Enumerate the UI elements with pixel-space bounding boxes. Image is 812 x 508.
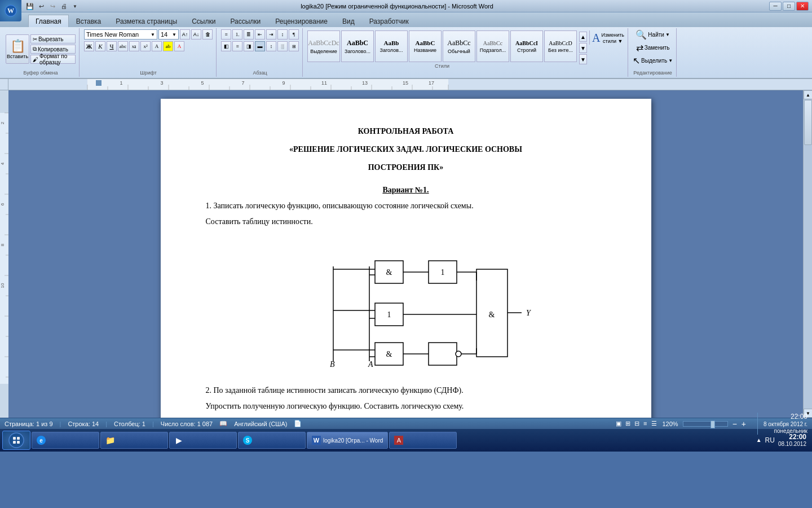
justify-button[interactable]: ▬ <box>255 41 265 51</box>
scroll-thumb[interactable] <box>804 100 812 145</box>
style-normal[interactable]: AaBbCc Обычный <box>443 30 475 62</box>
style-highlight[interactable]: AaBbCcDc Выделение <box>307 30 340 62</box>
copy-button[interactable]: ⧉ Копировать <box>30 45 76 54</box>
select-button[interactable]: ↖ Выделить ▼ <box>633 55 673 66</box>
logic-diagram-container: B A & <box>206 238 606 374</box>
shading-button[interactable]: ░ <box>277 41 288 51</box>
style-heading1[interactable]: AaBbC Заголово... <box>341 30 374 62</box>
underline-button[interactable]: Ч <box>107 41 117 51</box>
document-container[interactable]: КОНТРОЛЬНАЯ РАБОТА «РЕШЕНИЕ ЛОГИЧЕСКИХ З… <box>8 90 803 418</box>
save-qat-button[interactable]: 💾 <box>25 2 35 11</box>
start-button[interactable] <box>2 431 30 450</box>
task2b-text: Упростить полученную логическую функцию.… <box>206 401 606 412</box>
bold-button[interactable]: Ж <box>84 41 94 51</box>
tab-references[interactable]: Ссылки <box>184 15 223 27</box>
clear-format-button[interactable]: 🗑 <box>202 29 213 40</box>
font-size-selector[interactable]: 14 ▼ <box>158 29 179 40</box>
style-heading2[interactable]: AaBb Заголов... <box>375 30 408 62</box>
text-highlight-button[interactable]: ab <box>163 41 173 51</box>
font-name-selector[interactable]: Times New Roman ▼ <box>84 29 157 40</box>
office-button[interactable]: W <box>0 0 21 21</box>
multilevel-button[interactable]: ≣ <box>244 29 254 40</box>
clipboard-group: 📋 Вставить ✂ Вырезать ⧉ Копировать 🖌 Фор… <box>2 28 80 77</box>
border-button[interactable]: ⊞ <box>289 41 299 51</box>
sort-button[interactable]: ↕ <box>277 29 288 40</box>
editing-label: Редактирование <box>633 69 672 76</box>
increase-indent-button[interactable]: ⇥ <box>266 29 276 40</box>
line-spacing-button[interactable]: ↕ <box>266 41 276 51</box>
subscript-button[interactable]: x₂ <box>129 41 139 51</box>
cursor-icon: ↖ <box>633 55 640 66</box>
maximize-button[interactable]: □ <box>783 2 795 11</box>
full-read-button[interactable]: ⊞ <box>624 420 632 427</box>
svg-text:9: 9 <box>282 80 285 86</box>
tab-developer[interactable]: Разработчик <box>362 15 416 27</box>
style-subtitle[interactable]: AaBbCc Подзагол... <box>476 30 509 62</box>
change-styles-button[interactable]: A Изменитьстили ▼ <box>592 32 624 45</box>
taskbar-app[interactable]: A <box>389 432 457 449</box>
scissors-icon: ✂ <box>33 36 37 42</box>
clock-tray[interactable]: 22:00 08.10.2012 <box>778 433 806 448</box>
draft-view-button[interactable]: ☰ <box>650 420 658 427</box>
svg-point-84 <box>9 433 24 448</box>
align-left-button[interactable]: ◧ <box>221 41 231 51</box>
tab-view[interactable]: Вид <box>335 15 362 27</box>
strikethrough-button[interactable]: abc <box>118 41 128 51</box>
zoom-slider[interactable] <box>683 421 728 427</box>
align-center-button[interactable]: ≡ <box>232 41 242 51</box>
replace-button[interactable]: ⇄ Заменить <box>636 42 670 53</box>
find-button[interactable]: 🔍 Найти ▼ <box>636 29 669 40</box>
vertical-scrollbar[interactable]: ▲ ▼ <box>803 90 812 418</box>
view-buttons: ▣ ⊞ ⊟ ≡ ☰ <box>615 420 658 427</box>
taskbar-explorer[interactable]: 📁 <box>100 432 168 449</box>
close-button[interactable]: ✕ <box>796 2 809 11</box>
ruler-horizontal-container: 1 3 5 7 9 11 13 15 17 <box>0 79 812 90</box>
taskbar-ie[interactable]: e <box>32 432 99 449</box>
shrink-font-button[interactable]: A↓ <box>191 29 201 40</box>
tab-insert[interactable]: Вставка <box>69 15 109 27</box>
print-qat-button[interactable]: 🖨 <box>59 2 69 11</box>
taskbar-media[interactable]: ▶ <box>169 432 237 449</box>
decrease-indent-button[interactable]: ⇤ <box>255 29 265 40</box>
superscript-button[interactable]: x² <box>140 41 151 51</box>
taskbar-skype[interactable]: S <box>238 432 306 449</box>
cut-button[interactable]: ✂ Вырезать <box>30 34 76 43</box>
zoom-in-button[interactable]: + <box>742 419 746 428</box>
tray-hide-button[interactable]: ▲ <box>756 437 762 443</box>
tab-home[interactable]: Главная <box>28 15 69 27</box>
style-no-spacing[interactable]: AaBbCcD Без инте... <box>544 30 577 62</box>
redo-qat-button[interactable]: ↪ <box>47 2 58 11</box>
font-color-button[interactable]: A <box>174 41 184 51</box>
styles-scroll-down[interactable]: ▼ <box>579 43 587 53</box>
style-title[interactable]: AaBbC Название <box>409 30 442 62</box>
tab-review[interactable]: Рецензирование <box>268 15 335 27</box>
scroll-up-button[interactable]: ▲ <box>804 90 812 99</box>
zoom-out-button[interactable]: − <box>732 419 737 428</box>
outline-view-button[interactable]: ≡ <box>642 420 648 427</box>
date-display: 8 октября 2012 г. <box>764 421 807 428</box>
tab-page-layout[interactable]: Разметка страницы <box>108 15 184 27</box>
italic-button[interactable]: К <box>95 41 105 51</box>
svg-marker-32 <box>96 80 102 86</box>
align-right-button[interactable]: ◨ <box>244 41 254 51</box>
styles-scroll-up[interactable]: ▲ <box>579 32 587 42</box>
tab-mailings[interactable]: Рассылки <box>223 15 268 27</box>
custom-qat-button[interactable]: ▼ <box>70 2 80 11</box>
text-effect-button[interactable]: A <box>152 41 162 51</box>
bullets-button[interactable]: ≡ <box>221 29 231 40</box>
grow-font-button[interactable]: A↑ <box>180 29 190 40</box>
minimize-button[interactable]: ─ <box>769 2 782 11</box>
zoom-thumb[interactable] <box>710 421 715 428</box>
undo-qat-button[interactable]: ↩ <box>36 2 46 11</box>
label-b-text: B <box>330 360 335 369</box>
scroll-track[interactable] <box>804 99 812 409</box>
format-painter-button[interactable]: 🖌 Формат по образцу <box>30 55 76 64</box>
styles-more[interactable]: ▼ <box>579 54 587 64</box>
show-marks-button[interactable]: ¶ <box>289 29 299 40</box>
web-view-button[interactable]: ⊟ <box>633 420 641 427</box>
paste-button[interactable]: 📋 Вставить <box>6 34 29 64</box>
numbering-button[interactable]: 1. <box>232 29 242 40</box>
print-view-button[interactable]: ▣ <box>615 420 623 427</box>
style-strict[interactable]: AaBbCcI Строгий <box>510 30 543 62</box>
taskbar-word[interactable]: W logika20 [Огра... - Word <box>307 432 388 449</box>
